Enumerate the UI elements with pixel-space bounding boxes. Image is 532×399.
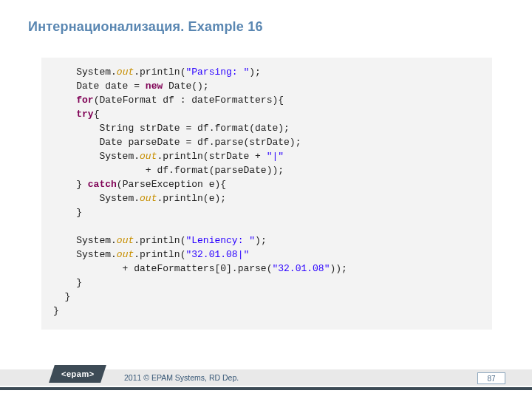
bottom-accent-line — [0, 387, 532, 390]
code-line: } — [53, 305, 59, 316]
code-line: } catch(ParseException e){ — [53, 179, 226, 190]
code-line: + df.format(parseDate)); — [53, 165, 284, 176]
code-line: for(DateFormat df : dateFormatters){ — [53, 95, 284, 106]
code-line: System.out.println("Leniency: "); — [53, 235, 267, 246]
copyright-text: 2011 © EPAM Systems, RD Dep. — [124, 373, 239, 382]
code-line: try{ — [53, 109, 99, 120]
page-number: 87 — [477, 372, 505, 384]
code-line: Date parseDate = df.parse(strDate); — [53, 137, 301, 148]
epam-logo: <epam> — [49, 365, 106, 383]
code-line: Date date = new Date(); — [53, 81, 209, 92]
slide-title: Интернационализация. Example 16 — [28, 19, 263, 35]
code-line: } — [53, 277, 82, 288]
code-line: System.out.println(e); — [53, 193, 226, 204]
code-line: System.out.println("Parsing: "); — [53, 66, 261, 78]
code-line: System.out.println(strDate + "|" — [53, 151, 284, 162]
code-line: } — [53, 291, 70, 302]
code-line: String strDate = df.format(date); — [53, 123, 290, 134]
code-line: + dateFormatters[0].parse("32.01.08")); — [53, 263, 347, 274]
slide: Интернационализация. Example 16 System.o… — [0, 0, 532, 399]
code-block: System.out.println("Parsing: "); Date da… — [41, 58, 492, 330]
code-line: System.out.println("32.01.08|" — [53, 249, 249, 260]
code-line: } — [53, 207, 82, 218]
